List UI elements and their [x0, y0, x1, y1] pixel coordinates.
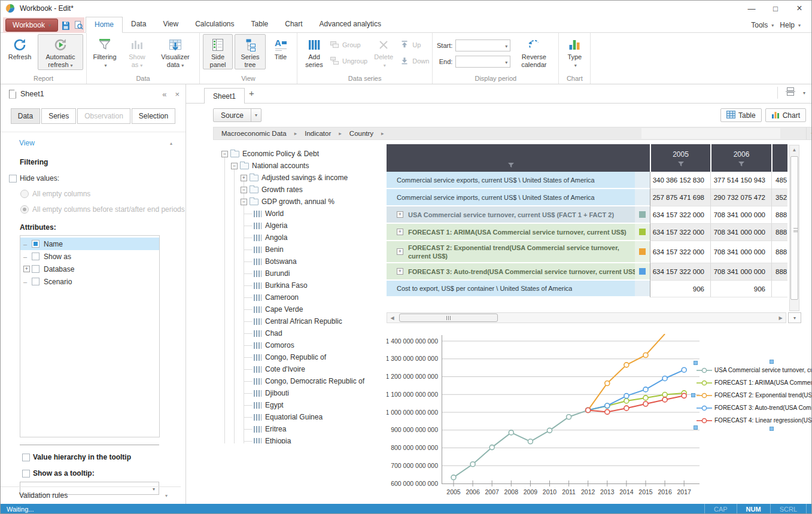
filter-icon[interactable]	[677, 161, 685, 167]
visualizer-data-button[interactable]: Visualizer data▾	[154, 34, 196, 70]
sidebar-tab-series[interactable]: Series	[41, 108, 76, 124]
legend-item[interactable]: USA Commercial service turnover, curren	[697, 364, 811, 376]
radio-all-empty-columns[interactable]: All empty columns	[20, 190, 185, 198]
menu-tab-table[interactable]: Table	[243, 17, 277, 32]
maximize-button[interactable]: □	[764, 1, 787, 16]
tree-item[interactable]: Benin	[213, 244, 385, 256]
validation-rules-section[interactable]: Validation rules ▾	[1, 486, 181, 504]
collapse-icon[interactable]: −	[221, 151, 228, 157]
tree-item[interactable]: −GDP growth, annual %	[213, 196, 385, 208]
menu-tab-calculations[interactable]: Calculations	[187, 17, 242, 32]
help-menu[interactable]: Help	[780, 21, 795, 29]
workbook-menu-button[interactable]: Workbook ▾	[5, 19, 58, 32]
collapse-icon[interactable]: −	[241, 199, 247, 205]
tree-item[interactable]: Equatorial Guinea	[213, 411, 385, 423]
chart-view-button[interactable]: Chart	[765, 108, 806, 122]
sidebar-tab-data[interactable]: Data	[11, 108, 40, 124]
radio-icon[interactable]	[20, 190, 29, 198]
legend-item[interactable]: FORECAST 3: Auto-trend(USA Commercia	[697, 402, 811, 414]
menu-tab-view[interactable]: View	[154, 17, 187, 32]
tree-item[interactable]: Botswana	[213, 256, 385, 267]
cell-value[interactable]: 290 732 075 472	[710, 189, 771, 206]
checkbox[interactable]	[32, 278, 39, 285]
breadcrumb-dropdown[interactable]: ▾	[806, 127, 811, 139]
tree-item[interactable]: Ethiopia	[213, 435, 385, 443]
cell-value[interactable]: 634 157 322 000	[650, 241, 710, 263]
chart-type-button[interactable]: Type▾	[562, 34, 587, 70]
scrollbar-thumb[interactable]	[790, 156, 798, 300]
radio-all-empty-before-after[interactable]: All empty columns before start/after end…	[20, 205, 185, 214]
menu-tab-data[interactable]: Data	[123, 17, 154, 32]
group-button[interactable]: Group	[330, 39, 367, 50]
tree-item[interactable]: Comoros	[213, 339, 385, 351]
view-section-header[interactable]: View ▴	[1, 139, 185, 147]
table-row[interactable]: +FORECAST 3: Auto-trend(USA Commercial s…	[387, 263, 787, 281]
selection-handle[interactable]	[694, 361, 698, 365]
sheet-tab[interactable]: Sheet1	[204, 88, 245, 104]
table-row[interactable]: Cost to export, US$ per container \ Unit…	[387, 281, 787, 297]
sidebar-tab-observation[interactable]: Observation	[77, 108, 130, 124]
value-hierarchy-checkbox-row[interactable]: Value hierarchy in the tooltip	[22, 453, 185, 461]
tree-item[interactable]: Burkina Faso	[213, 279, 385, 291]
table-row[interactable]: +FORECAST 2: Exponential trend(USA Comme…	[387, 241, 787, 263]
expand-icon[interactable]: +	[397, 211, 403, 218]
scroll-right-icon[interactable]: ▶	[775, 313, 786, 323]
close-button[interactable]: ×	[787, 1, 811, 16]
scrollbar-thumb[interactable]	[399, 314, 498, 322]
close-panel-icon[interactable]: ×	[175, 90, 180, 99]
table-header-year-2006[interactable]: 2006	[710, 144, 771, 172]
breadcrumb-item[interactable]: Indicator	[305, 130, 331, 137]
tree-item[interactable]: +Adjusted savings & income	[213, 172, 385, 184]
cell-value[interactable]: 257 875 471 698	[650, 189, 710, 206]
chart-legend[interactable]: USA Commercial service turnover, currenF…	[697, 364, 811, 431]
side-panel-button[interactable]: Side panel	[203, 34, 233, 69]
show-as-button[interactable]: Show as▾	[121, 34, 153, 70]
checkbox[interactable]	[32, 265, 39, 273]
checkbox[interactable]	[32, 253, 39, 260]
attribute-row-name[interactable]: –Name	[20, 238, 159, 250]
table-header-name[interactable]	[387, 144, 635, 172]
tree-item[interactable]: −Growth rates	[213, 184, 385, 196]
attribute-row-show-as[interactable]: –Show as	[20, 250, 159, 263]
tree-item[interactable]: Cameroon	[213, 291, 385, 303]
scroll-left-icon[interactable]: ◀	[387, 313, 397, 323]
table-header-year-2005[interactable]: 2005	[650, 144, 710, 172]
legend-item[interactable]: FORECAST 4: Linear regression(USA Com	[697, 414, 811, 427]
cell-value[interactable]: 340 386 152 830	[650, 172, 710, 189]
table-dropdown-button[interactable]: ▾	[788, 312, 801, 323]
save-icon[interactable]	[61, 20, 71, 30]
ungroup-button[interactable]: Ungroup	[330, 56, 367, 66]
breadcrumb-item[interactable]: Country	[349, 130, 373, 137]
menu-tab-home[interactable]: Home	[86, 17, 123, 33]
table-view-button[interactable]: Table	[720, 108, 762, 122]
cell-value[interactable]: 708 341 000 000	[710, 224, 771, 241]
checkbox[interactable]	[9, 175, 17, 183]
attribute-row-scenario[interactable]: –Scenario	[20, 275, 159, 288]
checkbox[interactable]	[22, 454, 30, 461]
attribute-row-database[interactable]: +Database	[20, 263, 159, 275]
tree-item[interactable]: −National accounts	[213, 160, 385, 172]
tree-item[interactable]: Algeria	[213, 220, 385, 232]
expand-icon[interactable]: +	[397, 229, 403, 235]
filter-icon[interactable]	[507, 162, 515, 168]
legend-item[interactable]: FORECAST 2: Exponential trend(USA Com	[697, 389, 811, 402]
add-series-button[interactable]: Add series	[300, 34, 328, 69]
hide-values-checkbox-row[interactable]: Hide values:	[9, 174, 185, 183]
cell-value[interactable]: 708 341 000 000	[710, 241, 771, 263]
tree-item[interactable]: Cape Verde	[213, 303, 385, 315]
menu-tab-chart[interactable]: Chart	[276, 17, 311, 32]
tree-item[interactable]: Central African Republic	[213, 315, 385, 327]
tree-item[interactable]: World	[213, 208, 385, 220]
minimize-button[interactable]: —	[740, 1, 764, 16]
collapse-panel-icon[interactable]: «	[162, 90, 166, 99]
expand-icon[interactable]: +	[397, 268, 403, 275]
cell-value[interactable]: 634 157 322 000	[650, 263, 710, 281]
cell-value[interactable]: 377 514 150 943	[710, 172, 771, 189]
checkbox[interactable]	[32, 240, 39, 248]
tree-item[interactable]: Burundi	[213, 267, 385, 279]
tree-item[interactable]: Congo, Republic of	[213, 351, 385, 363]
tree-item[interactable]: −Economic Policy & Debt	[213, 148, 385, 160]
filter-icon[interactable]	[738, 161, 745, 167]
reverse-calendar-button[interactable]: Reverse calendar	[512, 34, 555, 69]
tree-item[interactable]: Egypt	[213, 399, 385, 411]
